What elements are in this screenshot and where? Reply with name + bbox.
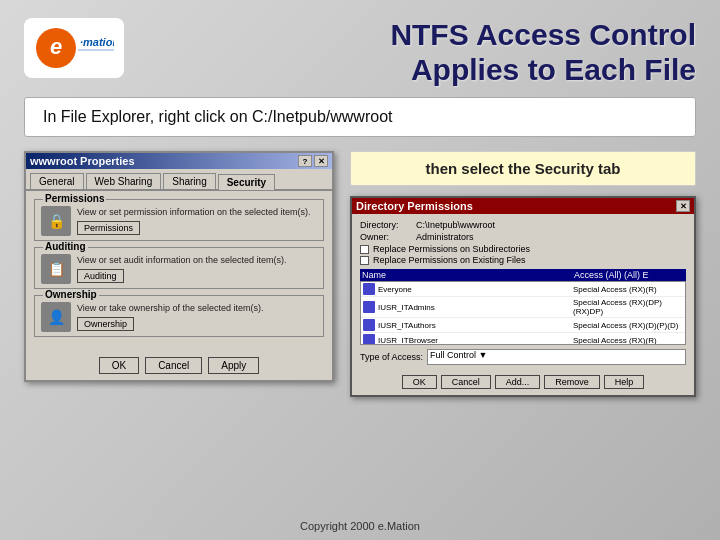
dir-body: Directory: C:\Inetpub\wwwroot Owner: Adm… — [352, 214, 694, 371]
list-item[interactable]: IUSR_ITBrowser Special Access (RX)(R) — [361, 333, 685, 345]
copyright: Copyright 2000 e.Mation — [0, 514, 720, 540]
dir-footer: OK Cancel Add... Remove Help — [352, 371, 694, 395]
directory-label: Directory: — [360, 220, 412, 230]
owner-label: Owner: — [360, 232, 412, 242]
title-line2: Applies to Each File — [411, 53, 696, 86]
ownership-button[interactable]: Ownership — [77, 317, 134, 331]
name-header: Name — [362, 270, 574, 280]
cb-subdirs-icon[interactable] — [360, 245, 369, 254]
callout-box: then select the Security tab — [350, 151, 696, 186]
type-access-row: Type of Access: Full Control ▼ — [360, 349, 686, 365]
copyright-text: Copyright 2000 e.Mation — [300, 520, 420, 532]
dir-dialog: Directory Permissions ✕ Directory: C:\In… — [350, 196, 696, 397]
list-item[interactable]: IUSR_ITAuthors Special Access (RX)(D)(P)… — [361, 318, 685, 333]
title-line1: NTFS Access Control — [390, 18, 696, 51]
slide-title: NTFS Access Control Applies to Each File — [144, 18, 696, 87]
screenshots-row: wwwroot Properties ? ✕ General Web Shari… — [24, 151, 696, 504]
user-icon — [363, 334, 375, 345]
cancel-button[interactable]: Cancel — [145, 357, 202, 374]
tab-sharing[interactable]: Sharing — [163, 173, 215, 189]
svg-text:·mation: ·mation — [80, 36, 114, 48]
tab-security[interactable]: Security — [218, 174, 275, 190]
win-controls: ? ✕ — [298, 155, 328, 167]
dir-add-button[interactable]: Add... — [495, 375, 541, 389]
permissions-text: View or set permission information on th… — [77, 207, 317, 217]
dir-title: Directory Permissions — [356, 200, 473, 212]
instruction-box: In File Explorer, right click on C:/Inet… — [24, 97, 696, 137]
wwwroot-title: wwwroot Properties — [30, 155, 135, 167]
dir-close-button[interactable]: ✕ — [676, 200, 690, 212]
checkbox-subdirs: Replace Permissions on Subdirectories — [360, 244, 686, 254]
name-list-header: Name Access (All) (All) E — [360, 269, 686, 281]
auditing-content: 📋 View or set audit information on the s… — [41, 250, 317, 284]
ownership-title: Ownership — [43, 289, 99, 300]
ownership-text: View or take ownership of the selected i… — [77, 303, 317, 313]
cb-files-icon[interactable] — [360, 256, 369, 265]
wwwroot-dialog-area: wwwroot Properties ? ✕ General Web Shari… — [24, 151, 334, 382]
list-item[interactable]: IUSR_ITAdmins Special Access (RX)(DP)(RX… — [361, 297, 685, 318]
callout-text: then select the Security tab — [425, 160, 620, 177]
permissions-content: 🔒 View or set permission information on … — [41, 202, 317, 236]
tab-websharing[interactable]: Web Sharing — [86, 173, 162, 189]
owner-value: Administrators — [416, 232, 686, 242]
wwwroot-titlebar: wwwroot Properties ? ✕ — [26, 153, 332, 169]
auditing-text: View or set audit information on the sel… — [77, 255, 317, 265]
content-area: In File Explorer, right click on C:/Inet… — [0, 97, 720, 514]
slide: e ·mation NTFS Access Control Applies to… — [0, 0, 720, 540]
type-access-select[interactable]: Full Control ▼ — [427, 349, 686, 365]
wwwroot-dialog: wwwroot Properties ? ✕ General Web Shari… — [24, 151, 334, 382]
title-text: NTFS Access Control Applies to Each File — [144, 18, 696, 87]
permissions-section: Permissions 🔒 View or set permission inf… — [34, 199, 324, 241]
ownership-icon: 👤 — [41, 302, 71, 332]
permissions-button[interactable]: Permissions — [77, 221, 140, 235]
auditing-icon: 📋 — [41, 254, 71, 284]
ok-button[interactable]: OK — [99, 357, 139, 374]
directory-value: C:\Inetpub\wwwroot — [416, 220, 686, 230]
logo-svg: e ·mation — [34, 24, 114, 72]
svg-text:e: e — [50, 34, 62, 59]
access-header: Access (All) (All) E — [574, 270, 684, 280]
user-icon — [363, 283, 375, 295]
user-icon — [363, 301, 375, 313]
dir-help-button[interactable]: Help — [604, 375, 645, 389]
dir-controls: ✕ — [676, 200, 690, 212]
auditing-title: Auditing — [43, 241, 88, 252]
ownership-content: 👤 View or take ownership of the selected… — [41, 298, 317, 332]
cb-subdirs-label: Replace Permissions on Subdirectories — [373, 244, 530, 254]
wwwroot-body: Permissions 🔒 View or set permission inf… — [26, 191, 332, 351]
dir-cancel-button[interactable]: Cancel — [441, 375, 491, 389]
ownership-section: Ownership 👤 View or take ownership of th… — [34, 295, 324, 337]
screen-right: then select the Security tab Directory P… — [350, 151, 696, 397]
close-button[interactable]: ✕ — [314, 155, 328, 167]
user-icon — [363, 319, 375, 331]
cb-files-label: Replace Permissions on Existing Files — [373, 255, 526, 265]
dir-remove-button[interactable]: Remove — [544, 375, 600, 389]
tab-general[interactable]: General — [30, 173, 84, 189]
dir-ok-button[interactable]: OK — [402, 375, 437, 389]
checkbox-files: Replace Permissions on Existing Files — [360, 255, 686, 265]
instruction-text: In File Explorer, right click on C:/Inet… — [43, 108, 392, 125]
win-tabs: General Web Sharing Sharing Security — [26, 169, 332, 191]
wwwroot-footer: OK Cancel Apply — [26, 351, 332, 380]
list-item[interactable]: Everyone Special Access (RX)(R) — [361, 282, 685, 297]
name-list: Everyone Special Access (RX)(R) IUSR_ITA… — [360, 281, 686, 345]
directory-row: Directory: C:\Inetpub\wwwroot — [360, 220, 686, 230]
logo: e ·mation — [24, 18, 124, 78]
permissions-title: Permissions — [43, 193, 106, 204]
header: e ·mation NTFS Access Control Applies to… — [0, 0, 720, 97]
permissions-icon: 🔒 — [41, 206, 71, 236]
type-label: Type of Access: — [360, 352, 423, 362]
apply-button[interactable]: Apply — [208, 357, 259, 374]
auditing-section: Auditing 📋 View or set audit information… — [34, 247, 324, 289]
owner-row: Owner: Administrators — [360, 232, 686, 242]
help-button[interactable]: ? — [298, 155, 312, 167]
auditing-button[interactable]: Auditing — [77, 269, 124, 283]
dir-titlebar: Directory Permissions ✕ — [352, 198, 694, 214]
